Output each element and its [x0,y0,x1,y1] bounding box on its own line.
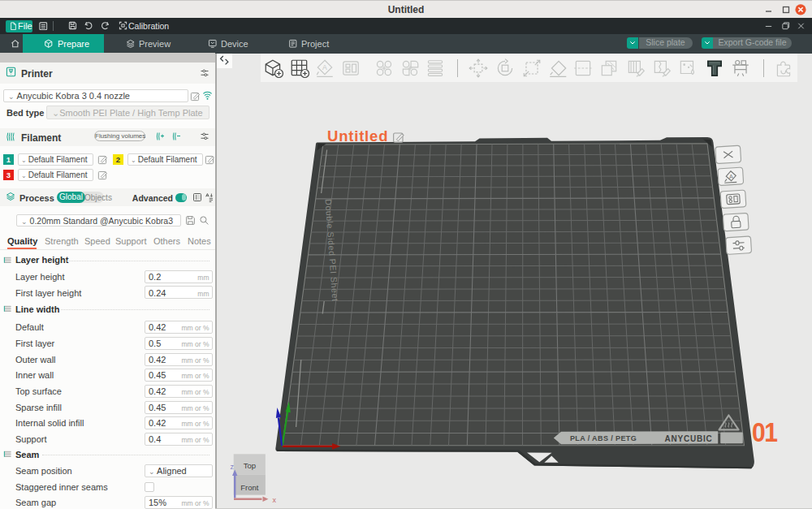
svg-text:A: A [729,174,733,179]
svg-text:x: x [273,496,277,504]
svg-text:Front: Front [240,483,259,492]
svg-text:A: A [322,63,327,71]
svg-text:PLA / ABS / PETG: PLA / ABS / PETG [570,434,637,442]
svg-text:ANYCUBIC: ANYCUBIC [664,434,712,443]
svg-text:Top: Top [244,461,256,470]
svg-text:z: z [231,463,235,471]
